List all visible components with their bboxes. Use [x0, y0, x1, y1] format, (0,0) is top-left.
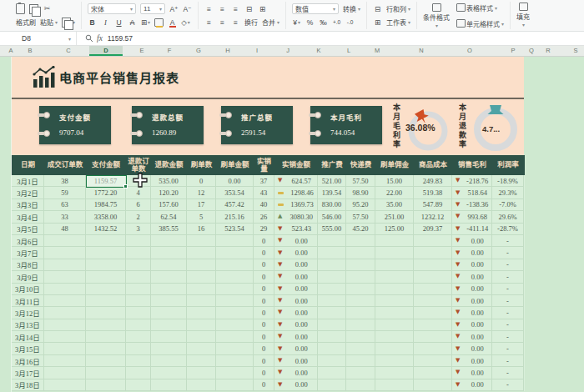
table-cell[interactable]: 43 [254, 187, 274, 199]
table-cell[interactable] [346, 271, 375, 283]
table-cell[interactable]: 1232.12 [414, 211, 452, 223]
table-cell[interactable] [216, 343, 254, 354]
column-header-letter[interactable]: R [546, 46, 550, 56]
table-cell[interactable]: ▼0.00 [452, 355, 492, 367]
table-cell[interactable] [216, 319, 254, 331]
table-cell[interactable] [346, 247, 375, 259]
table-cell[interactable] [151, 295, 187, 307]
table-cell[interactable] [414, 355, 452, 367]
align-middle-icon[interactable]: ≡ [218, 4, 227, 13]
table-cell[interactable]: 16 [187, 224, 216, 235]
table-cell[interactable] [126, 307, 151, 319]
table-cell[interactable] [151, 259, 187, 271]
table-cell[interactable] [187, 271, 216, 283]
table-cell[interactable] [44, 355, 86, 367]
table-cell[interactable]: ▼0.00 [452, 331, 492, 343]
table-cell[interactable]: 0 [254, 271, 274, 283]
table-cell[interactable] [187, 307, 216, 319]
table-cell[interactable] [86, 259, 126, 271]
table-cell[interactable] [126, 379, 151, 391]
table-cell[interactable]: -28.7% [492, 224, 524, 235]
table-cell[interactable] [414, 379, 452, 391]
table-cell[interactable] [318, 379, 346, 391]
table-cell[interactable] [187, 259, 216, 271]
table-cell[interactable] [346, 235, 375, 247]
table-cell[interactable]: 3 [126, 224, 151, 235]
merge-cells-icon[interactable]: ⊞ [258, 4, 267, 13]
table-cell[interactable] [86, 235, 126, 247]
align-bottom-icon[interactable]: ≡ [231, 4, 240, 13]
table-cell[interactable]: - [492, 284, 524, 295]
row-date-cell[interactable]: 3月13日 [12, 319, 44, 331]
table-cell[interactable]: ▼0.00 [274, 259, 318, 271]
table-cell[interactable]: 830.00 [318, 199, 346, 211]
table-cell[interactable] [318, 271, 346, 283]
table-cell[interactable]: ▼0.00 [274, 295, 318, 307]
table-cell[interactable] [346, 379, 375, 391]
table-cell[interactable] [414, 235, 452, 247]
table-cell[interactable] [346, 259, 375, 271]
table-cell[interactable]: 519.38 [414, 187, 452, 199]
table-cell[interactable] [414, 367, 452, 379]
row-date-cell[interactable]: 3月16日 [12, 355, 44, 367]
table-cell[interactable] [187, 284, 216, 295]
underline-button[interactable]: U [114, 18, 123, 27]
table-cell[interactable] [187, 235, 216, 247]
table-cell[interactable] [318, 331, 346, 343]
clipboard-icon[interactable] [16, 4, 25, 13]
table-cell[interactable] [216, 284, 254, 295]
column-header-letter[interactable]: F [168, 46, 172, 56]
table-cell[interactable] [126, 295, 151, 307]
table-cell[interactable]: ▼0.00 [452, 307, 492, 319]
table-cell[interactable] [44, 331, 86, 343]
wrap-text-button[interactable]: 换行 [244, 18, 258, 27]
table-cell[interactable] [86, 367, 126, 379]
table-cell[interactable] [187, 247, 216, 259]
table-cell[interactable]: ▼0.00 [274, 319, 318, 331]
table-cell[interactable]: - [492, 331, 524, 343]
table-cell[interactable] [414, 343, 452, 354]
table-cell[interactable]: 1369.73 [274, 199, 318, 211]
decrease-decimal-icon[interactable]: -.0 [345, 18, 355, 27]
table-cell[interactable] [414, 295, 452, 307]
table-cell[interactable] [86, 295, 126, 307]
table-cell[interactable] [187, 319, 216, 331]
table-cell[interactable]: 0 [254, 343, 274, 354]
borders-icon[interactable]: ⊞ [141, 18, 150, 27]
table-cell[interactable] [187, 355, 216, 367]
table-cell[interactable] [375, 319, 414, 331]
table-cell[interactable]: - [492, 295, 524, 307]
table-cell[interactable] [187, 379, 216, 391]
row-date-cell[interactable]: 3月7日 [12, 247, 44, 259]
align-right-icon[interactable]: ≡ [231, 18, 240, 27]
table-cell[interactable]: ▼-411.14 [452, 224, 492, 235]
table-cell[interactable]: 1984.75 [86, 199, 126, 211]
copy-icon[interactable] [29, 4, 38, 13]
table-cell[interactable] [126, 247, 151, 259]
table-cell[interactable] [346, 367, 375, 379]
bold-button[interactable]: B [88, 18, 97, 27]
table-cell[interactable]: 26 [254, 211, 274, 223]
table-cell[interactable] [414, 259, 452, 271]
increase-font-icon[interactable]: A⁺ [169, 4, 179, 13]
table-cell[interactable]: ▼0.00 [452, 319, 492, 331]
copy-dropdown-button[interactable] [62, 18, 75, 28]
table-cell[interactable]: 215.16 [216, 211, 254, 223]
table-cell[interactable]: 0 [254, 259, 274, 271]
table-cell[interactable] [216, 307, 254, 319]
table-cell[interactable]: ▼0.00 [274, 331, 318, 343]
table-cell[interactable]: 139.54 [318, 187, 346, 199]
table-cell[interactable]: ▼0.00 [274, 343, 318, 354]
table-cell[interactable] [414, 331, 452, 343]
italic-button[interactable]: I [101, 18, 110, 27]
table-cell[interactable] [346, 295, 375, 307]
table-cell[interactable]: 0 [254, 379, 274, 391]
convert-button[interactable]: 转换 [343, 4, 360, 13]
column-header-letter[interactable]: I [256, 46, 258, 56]
table-cell[interactable] [86, 343, 126, 354]
table-cell[interactable]: 157.60 [151, 199, 187, 211]
table-cell[interactable] [187, 295, 216, 307]
table-cell[interactable] [187, 367, 216, 379]
table-cell[interactable] [151, 284, 187, 295]
table-cell[interactable] [216, 367, 254, 379]
